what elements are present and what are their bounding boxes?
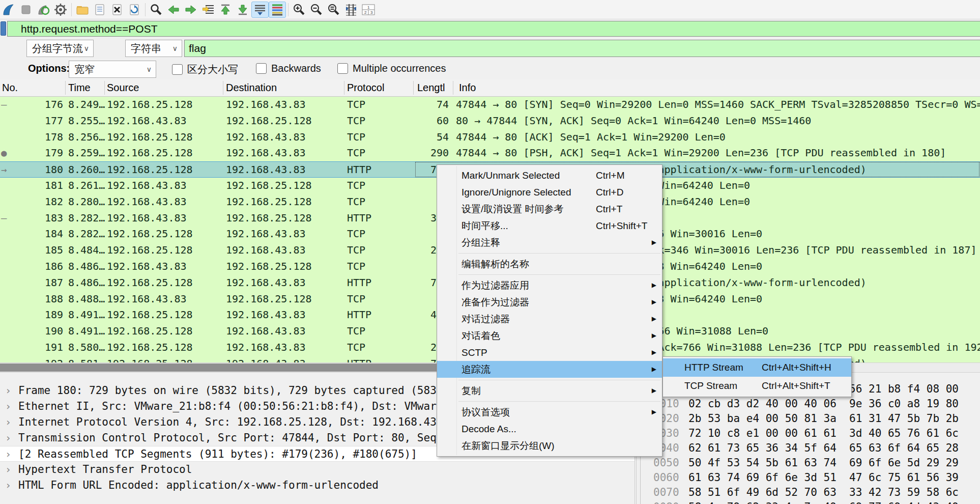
hex-offset: 0050 — [653, 456, 679, 470]
previous-packet-icon[interactable] — [165, 2, 182, 18]
column-divider[interactable] — [223, 81, 223, 95]
expand-arrow-icon[interactable]: › — [5, 430, 11, 446]
packet-cell: 192.168.25.128 — [107, 323, 223, 340]
hex-row[interactable]: 007058 51 6f 49 6d 52 70 63 33 42 73 59 … — [641, 485, 980, 500]
expand-arrow-icon[interactable]: › — [5, 446, 11, 462]
column-divider[interactable] — [344, 81, 344, 95]
hex-bytes: 50 4f 53 54 5b 61 63 74 69 6f 6e 5d 29 2… — [688, 456, 959, 470]
submenu-item[interactable]: HTTP StreamCtrl+Alt+Shift+H — [663, 358, 851, 377]
autoscroll-icon[interactable] — [251, 2, 269, 18]
first-packet-icon[interactable] — [217, 2, 234, 18]
packet-row-179[interactable]: ●1798.259…192.168.25.128192.168.43.83TCP… — [0, 145, 980, 161]
find-packet-icon[interactable] — [148, 2, 165, 18]
packet-cell: 187 — [14, 275, 63, 291]
hex-row[interactable]: 001002 cb d3 d2 40 00 40 06 9e 36 c0 a8 … — [641, 397, 980, 411]
packet-cell: 54 — [400, 129, 449, 146]
hex-row[interactable]: 003072 10 c8 e1 00 00 61 61 3d 40 65 76 … — [641, 426, 980, 441]
find-scope-select[interactable]: 分组字节流 ∨ — [26, 40, 94, 57]
packet-row-178[interactable]: 1788.256…192.168.25.128192.168.43.83TCP5… — [0, 129, 980, 146]
expand-arrow-icon[interactable]: › — [5, 462, 11, 478]
column-header-destination[interactable]: Destination — [226, 79, 277, 96]
find-type-select[interactable]: 字符串 ∨ — [125, 40, 182, 57]
hex-row[interactable]: 00202b 53 ba e4 00 50 81 3a 61 31 47 5b … — [641, 411, 980, 426]
menu-item[interactable]: 编辑解析的名称 — [437, 256, 662, 272]
save-file-icon[interactable] — [91, 2, 108, 18]
menu-item[interactable]: 协议首选项▶ — [437, 404, 662, 421]
checkbox-icon[interactable] — [337, 63, 348, 74]
column-header-info[interactable]: Info — [459, 79, 476, 96]
column-divider[interactable] — [65, 81, 66, 95]
find-search-input[interactable]: flag — [184, 40, 980, 57]
goto-packet-icon[interactable] — [199, 2, 217, 18]
checkbox-icon[interactable] — [256, 63, 267, 74]
column-divider[interactable] — [413, 81, 414, 95]
menu-separator — [458, 274, 660, 275]
close-file-icon[interactable] — [108, 2, 126, 18]
menu-item[interactable]: 分组注释▶ — [437, 234, 662, 251]
packet-row-176[interactable]: —1768.249…192.168.25.128192.168.43.83TCP… — [0, 97, 980, 113]
multiple-occurrences-checkbox[interactable]: Multiple occurrences — [337, 63, 446, 74]
hex-row[interactable]: 005050 4f 53 54 5b 61 63 74 69 6f 6e 5d … — [641, 456, 980, 470]
packet-cell: 192.168.25.128 — [107, 340, 223, 356]
restart-capture-icon[interactable] — [35, 2, 52, 18]
expand-arrow-icon[interactable]: › — [5, 383, 11, 399]
packet-cell: 176 — [14, 97, 63, 113]
menu-item[interactable]: 作为过滤器应用▶ — [437, 277, 662, 294]
resize-columns-icon[interactable] — [342, 2, 360, 18]
column-divider[interactable] — [453, 81, 453, 95]
case-sensitive-label: 区分大小写 — [187, 63, 238, 76]
packet-row-177[interactable]: 1778.255…192.168.43.83192.168.25.128TCP6… — [0, 113, 980, 129]
colorize-icon[interactable] — [269, 2, 286, 18]
column-header-source[interactable]: Source — [107, 79, 139, 96]
zoom-out-icon[interactable] — [308, 2, 325, 18]
last-packet-icon[interactable] — [234, 2, 251, 18]
conversation-marker-icon: — — [1, 97, 13, 112]
menu-item[interactable]: 在新窗口显示分组(W) — [437, 437, 662, 454]
menu-item[interactable]: SCTP▶ — [437, 344, 662, 361]
menu-item[interactable]: 准备作为过滤器▶ — [437, 294, 662, 311]
menu-item[interactable]: 对话过滤器▶ — [437, 311, 662, 327]
backwards-checkbox[interactable]: Backwards — [256, 63, 321, 74]
checkbox-icon[interactable] — [172, 64, 183, 75]
options-width-select[interactable]: 宽窄 ∨ — [69, 61, 156, 78]
expand-arrow-icon[interactable]: › — [5, 478, 11, 493]
packet-cell: 192.168.43.83 — [226, 307, 343, 323]
detail-line[interactable]: ›HTML Form URL Encoded: application/x-ww… — [0, 478, 635, 493]
filter-bookmark-icon[interactable] — [1, 21, 6, 36]
column-header-protocol[interactable]: Protocol — [347, 79, 384, 96]
reload-file-icon[interactable] — [126, 2, 143, 18]
stop-capture-icon[interactable] — [17, 2, 35, 18]
menu-item[interactable]: 复制▶ — [437, 382, 662, 399]
menu-item[interactable]: 对话着色▶ — [437, 327, 662, 344]
column-header-time[interactable]: Time — [68, 79, 91, 96]
menu-item[interactable]: Ignore/Unignore SelectedCtrl+D — [437, 184, 662, 201]
menu-item[interactable]: Decode As... — [437, 421, 662, 437]
layout-icon[interactable]: 123 — [360, 2, 377, 18]
menu-item[interactable]: 追踪流▶ — [437, 361, 662, 378]
menu-item[interactable]: 设置/取消设置 时间参考Ctrl+T — [437, 201, 662, 217]
column-header-no[interactable]: No. — [2, 79, 18, 96]
packet-cell: 192.168.43.83 — [226, 242, 343, 259]
expand-arrow-icon[interactable]: › — [5, 414, 11, 430]
capture-options-icon[interactable] — [52, 2, 69, 18]
case-sensitive-checkbox[interactable]: 区分大小写 — [172, 63, 238, 76]
detail-line[interactable]: ›Hypertext Transfer Protocol — [0, 462, 635, 478]
zoom-in-icon[interactable] — [291, 2, 308, 18]
menu-item[interactable]: Mark/Unmark SelectedCtrl+M — [437, 167, 662, 184]
hex-row[interactable]: 008058 4a 79 62 33 4a 7a 49 69 77 69 4d … — [641, 500, 980, 504]
start-capture-icon[interactable] — [0, 2, 17, 18]
column-divider[interactable] — [104, 81, 105, 95]
menu-item[interactable]: 时间平移...Ctrl+Shift+T — [437, 217, 662, 234]
submenu-item[interactable]: TCP StreamCtrl+Alt+Shift+T — [663, 377, 851, 395]
packet-cell: 190 — [14, 323, 63, 340]
zoom-reset-icon[interactable] — [325, 2, 342, 18]
open-file-icon[interactable] — [74, 2, 91, 18]
hex-row[interactable]: 006061 63 74 69 6f 6e 3d 51 47 6c 75 61 … — [641, 470, 980, 485]
hex-row[interactable]: 004062 61 73 65 36 34 5f 64 65 63 6f 64 … — [641, 441, 980, 456]
display-filter-input[interactable]: http.request.method==POST — [7, 21, 980, 37]
column-header-length[interactable]: Lengtl — [417, 79, 445, 96]
next-packet-icon[interactable] — [182, 2, 199, 18]
expand-arrow-icon[interactable]: › — [5, 399, 11, 414]
packet-cell: 192.168.25.128 — [107, 162, 223, 178]
detail-line-text: HTML Form URL Encoded: application/x-www… — [18, 479, 379, 491]
